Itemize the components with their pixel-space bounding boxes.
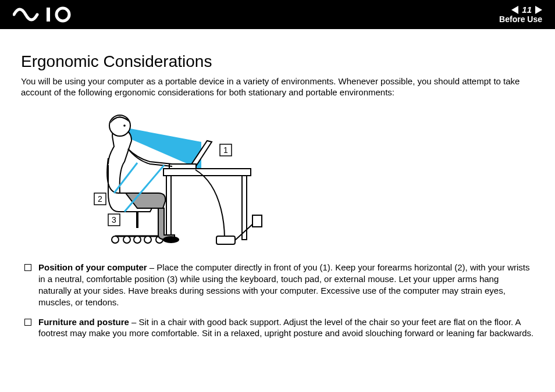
svg-point-12 xyxy=(112,236,119,243)
page-nav: 11 Before Use xyxy=(499,5,542,24)
vaio-logo xyxy=(13,6,77,23)
callout-2: 2 xyxy=(98,194,102,204)
svg-point-13 xyxy=(123,236,130,243)
svg-point-14 xyxy=(134,236,141,243)
svg-point-1 xyxy=(56,8,69,21)
list-item: Position of your computer – Place the co… xyxy=(21,262,534,308)
page-content: Ergonomic Considerations You will be usi… xyxy=(0,29,555,339)
svg-rect-3 xyxy=(163,169,251,176)
vaio-logo-svg xyxy=(13,6,77,23)
svg-rect-7 xyxy=(169,164,196,169)
bullet-list: Position of your computer – Place the co… xyxy=(21,262,534,339)
svg-point-19 xyxy=(163,236,179,243)
bullet-title: Position of your computer xyxy=(38,262,147,272)
svg-point-18 xyxy=(123,125,126,127)
ergonomics-illustration: 1 2 3 xyxy=(50,106,265,251)
list-item: Furniture and posture – Sit in a chair w… xyxy=(21,316,534,340)
page-number: 11 xyxy=(522,5,532,15)
page-title: Ergonomic Considerations xyxy=(21,52,534,71)
prev-page-arrow-icon[interactable] xyxy=(511,6,518,14)
intro-paragraph: You will be using your computer as a por… xyxy=(21,76,534,98)
svg-point-17 xyxy=(109,115,130,136)
next-page-arrow-icon[interactable] xyxy=(535,6,542,14)
callout-1: 1 xyxy=(223,145,228,155)
svg-rect-0 xyxy=(47,8,50,22)
svg-rect-4 xyxy=(166,176,171,240)
document-page: 11 Before Use Ergonomic Considerations Y… xyxy=(0,0,555,392)
section-name: Before Use xyxy=(499,15,542,24)
header-bar: 11 Before Use xyxy=(0,0,555,29)
callout-3: 3 xyxy=(112,215,116,224)
svg-rect-9 xyxy=(252,215,262,227)
svg-rect-8 xyxy=(216,236,235,244)
svg-point-15 xyxy=(144,236,151,243)
bullet-title: Furniture and posture xyxy=(38,317,129,327)
